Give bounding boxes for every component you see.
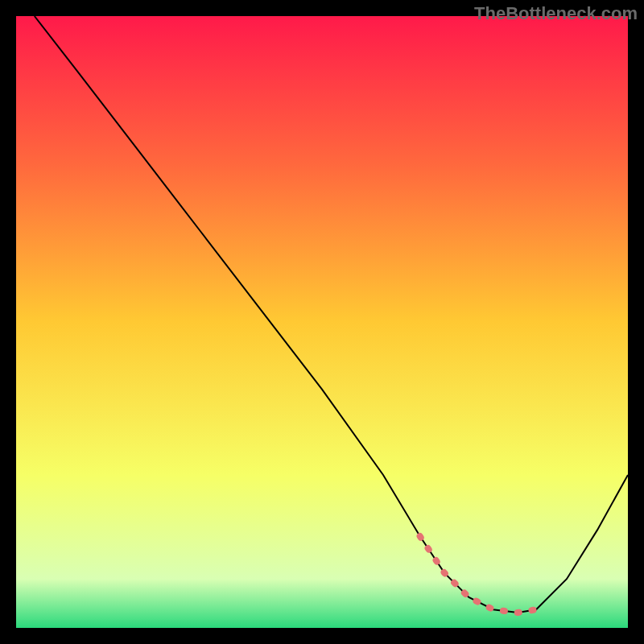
chart-container: TheBottleneck.com [0,0,644,644]
bottleneck-curve [35,16,628,613]
watermark-text: TheBottleneck.com [474,3,638,24]
plot-area [16,16,628,628]
optimal-range-dots [420,536,536,613]
curve-layer [16,16,628,628]
